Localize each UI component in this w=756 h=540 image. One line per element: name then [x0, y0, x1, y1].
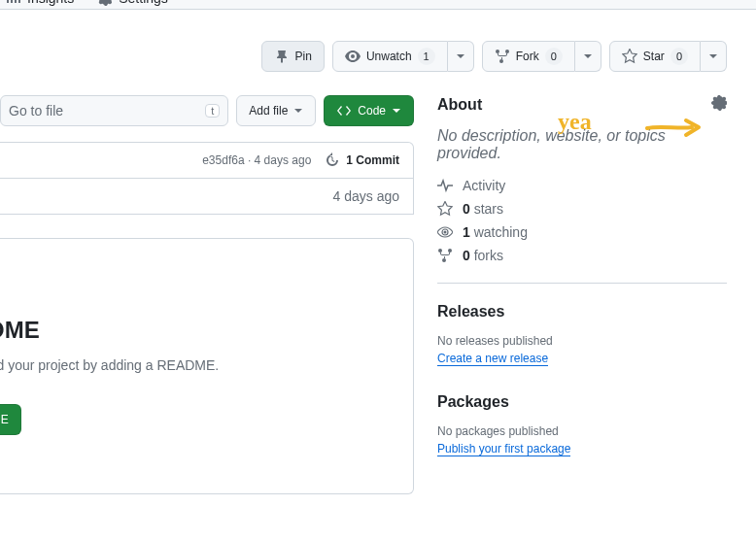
watch-caret[interactable]: [448, 41, 474, 72]
history-icon: [325, 152, 340, 168]
add-readme-button[interactable]: DME: [0, 404, 21, 435]
tab-settings[interactable]: Settings: [97, 0, 168, 6]
file-toolbar: Go to file t Add file Code: [0, 95, 414, 126]
watching-link[interactable]: 1 watching: [437, 224, 727, 240]
forks-label: forks: [470, 248, 503, 263]
repo-actions: Pin Unwatch 1 Fork 0 Star 0: [0, 10, 756, 72]
tab-settings-label: Settings: [119, 0, 168, 6]
watch-group: Unwatch 1: [332, 41, 474, 72]
pin-icon: [274, 49, 290, 64]
star-caret[interactable]: [701, 41, 727, 72]
fork-count: 0: [545, 48, 563, 65]
files-column: Go to file t Add file Code e35df6a · 4 d…: [0, 95, 414, 494]
commit-time: 4 days ago: [255, 153, 312, 167]
star-icon: [437, 201, 453, 217]
go-to-file-input[interactable]: Go to file t: [0, 95, 228, 126]
code-button[interactable]: Code: [324, 95, 414, 126]
releases-heading: Releases: [437, 303, 727, 321]
readme-description: stand your project by adding a README.: [0, 357, 397, 373]
readme-panel: ADME stand your project by adding a READ…: [0, 238, 414, 494]
readme-heading: ADME: [0, 317, 397, 344]
eye-icon: [437, 224, 453, 240]
pin-label: Pin: [295, 50, 312, 63]
star-group: Star 0: [609, 41, 727, 72]
about-heading: About: [437, 96, 482, 114]
commit-bar: e35df6a · 4 days ago 1 Commit: [0, 142, 414, 179]
activity-link[interactable]: Activity: [437, 178, 727, 193]
go-to-file-placeholder: Go to file: [9, 103, 63, 118]
star-icon: [622, 49, 637, 64]
file-row[interactable]: 4 days ago: [0, 179, 414, 215]
commit-info[interactable]: e35df6a · 4 days ago: [202, 153, 311, 167]
fork-icon: [495, 49, 510, 64]
add-file-button[interactable]: Add file: [236, 95, 316, 126]
code-label: Code: [358, 104, 386, 118]
graph-icon: [6, 0, 21, 6]
unwatch-label: Unwatch: [366, 50, 412, 63]
unwatch-button[interactable]: Unwatch 1: [332, 41, 448, 72]
packages-empty: No packages published: [437, 424, 727, 438]
forks-count: 0: [463, 248, 470, 263]
stars-count: 0: [463, 201, 470, 217]
gear-icon: [711, 95, 727, 111]
tab-insights-label: Insights: [27, 0, 74, 6]
gear-icon: [97, 0, 113, 6]
publish-package-link[interactable]: Publish your first package: [437, 442, 570, 456]
about-settings-button[interactable]: [711, 95, 727, 114]
star-button[interactable]: Star 0: [609, 41, 701, 72]
stars-label: stars: [470, 201, 503, 217]
create-release-link[interactable]: Create a new release: [437, 352, 548, 366]
eye-icon: [345, 49, 361, 64]
commit-count-label: 1 Commit: [346, 153, 399, 167]
chevron-down-icon: [392, 106, 401, 116]
chevron-down-icon: [583, 51, 593, 61]
svg-point-0: [444, 231, 447, 234]
sidebar: About No description, website, or topics…: [437, 95, 727, 494]
chevron-down-icon: [456, 51, 465, 61]
activity-label: Activity: [463, 178, 505, 193]
fork-icon: [437, 248, 453, 263]
pin-button[interactable]: Pin: [261, 41, 325, 72]
tab-insights[interactable]: Insights: [6, 0, 74, 6]
fork-label: Fork: [516, 50, 539, 63]
star-count: 0: [670, 48, 688, 65]
add-file-label: Add file: [249, 104, 288, 118]
code-icon: [336, 103, 352, 118]
watching-label: watching: [470, 224, 528, 240]
watch-count: 1: [418, 48, 435, 65]
pulse-icon: [437, 178, 453, 193]
chevron-down-icon: [293, 106, 303, 116]
repo-tabs: Insights Settings: [0, 0, 756, 10]
watching-count: 1: [463, 224, 470, 240]
releases-empty: No releases published: [437, 334, 727, 348]
chevron-down-icon: [708, 51, 718, 61]
fork-button[interactable]: Fork 0: [482, 41, 575, 72]
file-time: 4 days ago: [333, 188, 400, 204]
stars-link[interactable]: 0 stars: [437, 201, 727, 217]
fork-group: Fork 0: [482, 41, 601, 72]
divider: [437, 283, 727, 284]
packages-heading: Packages: [437, 393, 727, 411]
about-description: No description, website, or topics provi…: [437, 127, 727, 162]
go-to-file-kbd: t: [205, 104, 220, 118]
forks-link[interactable]: 0 forks: [437, 248, 727, 263]
fork-caret[interactable]: [575, 41, 601, 72]
commit-count[interactable]: 1 Commit: [325, 152, 399, 168]
star-label: Star: [643, 50, 665, 63]
add-readme-label: DME: [0, 413, 9, 426]
commit-sha: e35df6a: [202, 153, 244, 167]
